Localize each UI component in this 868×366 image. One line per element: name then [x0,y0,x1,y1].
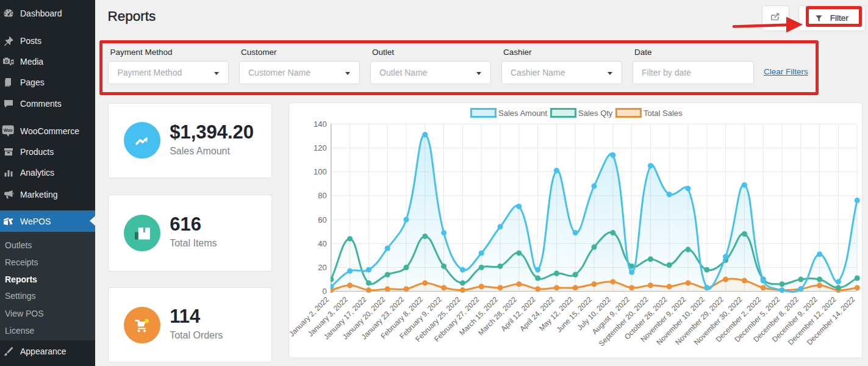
svg-text:Sales Qty: Sales Qty [578,108,613,117]
svg-text:Total Sales: Total Sales [644,108,683,117]
svg-text:80: 80 [318,191,326,200]
svg-text:140: 140 [314,119,327,128]
svg-text:Sales Amount: Sales Amount [498,108,548,117]
svg-text:100: 100 [314,167,327,176]
svg-text:40: 40 [318,239,326,248]
svg-text:60: 60 [318,215,326,224]
svg-text:0: 0 [322,287,326,296]
svg-text:120: 120 [314,143,327,152]
svg-text:Woo: Woo [4,128,13,132]
svg-text:20: 20 [318,263,326,272]
